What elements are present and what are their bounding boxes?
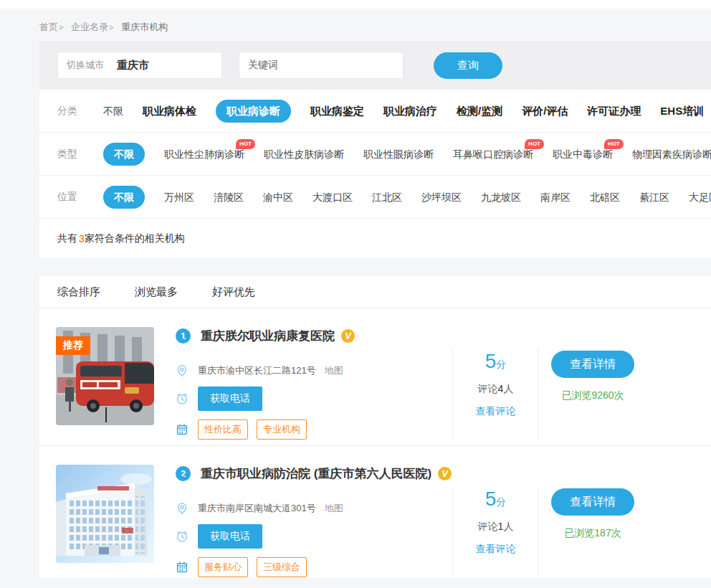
view-details-button[interactable]: 查看详情 (551, 351, 634, 378)
filter-option[interactable]: 万州区 (164, 190, 194, 204)
filter-option[interactable]: 职业性眼病诊断 (363, 147, 434, 161)
filter-option[interactable]: 职业病诊断 (216, 100, 291, 123)
alarm-clock-icon (176, 530, 189, 543)
verified-v-icon: V (341, 329, 355, 343)
filter-option[interactable]: 大渡口区 (312, 190, 353, 204)
feature-tag[interactable]: 服务贴心 (198, 557, 248, 577)
map-link[interactable]: 地图 (325, 364, 343, 377)
breadcrumb-separator: > (59, 23, 63, 32)
feature-tag[interactable]: 专业机构 (257, 419, 307, 440)
recommend-badge: 推荐 (56, 336, 90, 355)
city-input[interactable]: 切换城市 重庆市 (57, 52, 222, 79)
filter-option[interactable]: 沙坪坝区 (421, 190, 462, 204)
breadcrumb: 首页> 企业名录> 重庆市机构 (0, 9, 711, 41)
sort-tab-best-rated[interactable]: 好评优先 (212, 285, 255, 299)
listing-item: 2 重庆市职业病防治院 (重庆市第六人民医院) V 重庆市南岸区南城大道301号… (39, 445, 711, 578)
keyword-input[interactable]: 关键词 (239, 52, 404, 79)
filter-option[interactable]: 江北区 (372, 190, 402, 204)
filter-option[interactable]: 职业性尘肺病诊断HOT (164, 147, 244, 161)
feature-tag[interactable]: 三级综合 (257, 557, 307, 577)
filter-row: 类型不限职业性尘肺病诊断HOT职业性皮肤病诊断职业性眼病诊断耳鼻喉口腔病诊断HO… (39, 133, 711, 176)
hot-badge: HOT (604, 139, 624, 149)
hot-badge: HOT (525, 139, 544, 149)
result-count: 共有3 家符合条件的相关机构 (39, 219, 711, 258)
filter-option[interactable]: 綦江区 (639, 190, 669, 204)
comments-count: 评论4人 (478, 383, 514, 396)
filter-option[interactable]: 检测/监测 (457, 104, 502, 118)
filter-row-label: 类型 (57, 148, 99, 161)
action-column: 查看详情 已浏览187次 (539, 488, 646, 540)
filter-option[interactable]: 南岸区 (540, 190, 571, 204)
score: 5分 (485, 350, 507, 373)
sort-tab-most-viewed[interactable]: 浏览最多 (135, 285, 178, 299)
filter-option[interactable]: 评价/评估 (522, 104, 568, 118)
listing-title[interactable]: 重庆朕尔职业病康复医院 (201, 328, 335, 344)
keyword-placeholder: 关键词 (248, 59, 278, 72)
search-panel: 切换城市 重庆市 关键词 查询 (39, 41, 711, 90)
feature-tag[interactable]: 性价比高 (198, 419, 248, 440)
filter-option[interactable]: 渝中区 (263, 190, 293, 204)
location-pin-icon (176, 502, 189, 515)
score: 5分 (485, 488, 507, 511)
count-prefix: 共有 (57, 232, 77, 245)
filter-card: 分类不限职业病体检职业病诊断职业病鉴定职业病治疗检测/监测评价/评估许可证办理E… (39, 90, 711, 258)
rating-column: 5分 评论1人 查看评论 (452, 486, 539, 578)
hospital-photo-illustration (56, 465, 154, 563)
view-details-button[interactable]: 查看详情 (551, 488, 634, 516)
filter-option[interactable]: 职业性皮肤病诊断 (264, 147, 344, 161)
filter-option[interactable]: EHS培训 (660, 104, 704, 118)
location-pin-icon (176, 364, 189, 377)
count-number: 3 (79, 233, 85, 245)
map-link[interactable]: 地图 (325, 502, 343, 515)
filter-option[interactable]: 职业中毒诊断HOT (553, 147, 613, 161)
filter-row-label: 位置 (57, 191, 99, 204)
filter-option[interactable]: 九龙坡区 (481, 190, 521, 204)
listing-address: 重庆市渝中区长江二路121号 (198, 364, 316, 377)
listing-item: 推荐 1 重庆朕尔职业病康复医院 V 重庆市渝中区长江二路121号 地图 (39, 308, 711, 445)
get-phone-button[interactable]: 获取电话 (198, 524, 262, 549)
breadcrumb-home[interactable]: 首页 (39, 22, 58, 32)
verified-v-icon: V (438, 467, 452, 480)
filter-option[interactable]: 许可证办理 (587, 104, 641, 118)
city-switch-label[interactable]: 切换城市 (67, 59, 104, 72)
get-phone-button[interactable]: 获取电话 (198, 387, 262, 411)
filter-row: 分类不限职业病体检职业病诊断职业病鉴定职业病治疗检测/监测评价/评估许可证办理E… (39, 90, 711, 133)
filter-option[interactable]: 职业病体检 (143, 104, 196, 118)
filter-option[interactable]: 物理因素疾病诊断 (632, 147, 711, 161)
results-card: 综合排序 浏览最多 好评优先 (39, 276, 711, 578)
page: 首页> 企业名录> 重庆市机构 切换城市 重庆市 关键词 查询 分类不限职业病体… (0, 9, 711, 588)
filter-option[interactable]: 不限 (103, 104, 123, 118)
listing-photo[interactable]: 推荐 (56, 327, 154, 425)
breadcrumb-directory[interactable]: 企业名录 (71, 22, 108, 32)
breadcrumb-separator: > (109, 23, 113, 32)
city-value: 重庆市 (117, 59, 149, 72)
filter-option[interactable]: 耳鼻喉口腔病诊断HOT (453, 147, 533, 161)
filter-option[interactable]: 北碚区 (590, 190, 620, 204)
alarm-clock-icon (176, 392, 189, 405)
count-suffix: 家符合条件的相关机构 (85, 232, 185, 245)
listing-title[interactable]: 重庆市职业病防治院 (重庆市第六人民医院) (201, 465, 431, 482)
filter-row-label: 分类 (57, 105, 99, 118)
view-reviews-link[interactable]: 查看评论 (476, 405, 516, 418)
search-button[interactable]: 查询 (434, 52, 502, 79)
filter-option[interactable]: 大足区 (689, 190, 711, 204)
sort-tab-comprehensive[interactable]: 综合排序 (57, 285, 100, 299)
breadcrumb-current: 重庆市机构 (121, 22, 168, 32)
filter-row: 位置不限万州区涪陵区渝中区大渡口区江北区沙坪坝区九龙坡区南岸区北碚区綦江区大足区… (39, 176, 711, 219)
filter-option[interactable]: 不限 (103, 186, 145, 209)
listing-address: 重庆市南岸区南城大道301号 (198, 502, 316, 515)
view-reviews-link[interactable]: 查看评论 (476, 543, 516, 556)
filter-option[interactable]: 职业病鉴定 (310, 104, 364, 118)
sort-bar: 综合排序 浏览最多 好评优先 (39, 276, 711, 308)
listing-info: 2 重庆市职业病防治院 (重庆市第六人民医院) V 重庆市南岸区南城大道301号… (176, 465, 452, 577)
view-count: 已浏览9260次 (561, 389, 624, 402)
rank-pin-icon: 2 (176, 466, 191, 481)
filter-option[interactable]: 不限 (103, 143, 145, 166)
comments-count: 评论1人 (478, 521, 514, 534)
listing-photo[interactable] (56, 465, 154, 563)
filter-option[interactable]: 涪陵区 (214, 190, 244, 204)
filter-rows: 分类不限职业病体检职业病诊断职业病鉴定职业病治疗检测/监测评价/评估许可证办理E… (39, 90, 711, 219)
rating-column: 5分 评论4人 查看评论 (452, 348, 539, 440)
action-column: 查看详情 已浏览9260次 (539, 351, 646, 402)
filter-option[interactable]: 职业病治疗 (383, 104, 437, 118)
